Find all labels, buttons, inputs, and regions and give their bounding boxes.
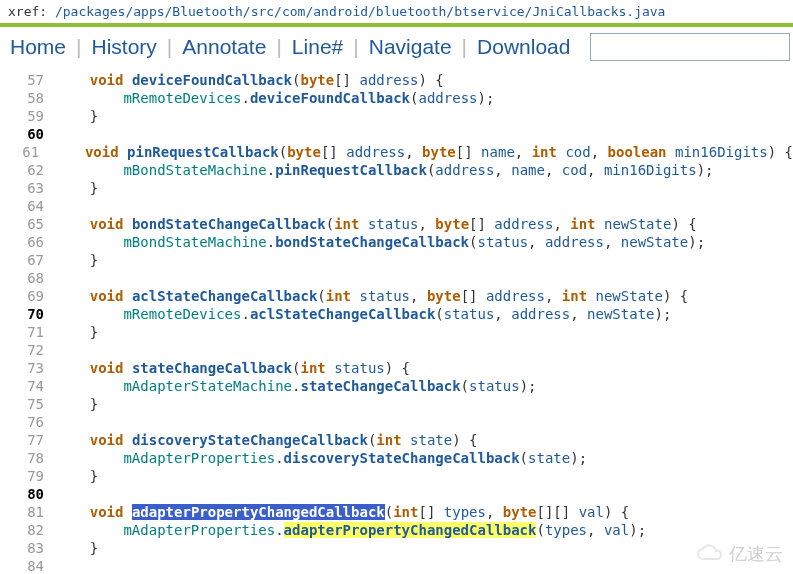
line-number[interactable]: 73 xyxy=(0,359,56,377)
code-line[interactable]: 60 xyxy=(0,125,793,143)
search-input[interactable] xyxy=(590,33,790,61)
watermark-text: 亿速云 xyxy=(729,542,783,566)
code-line[interactable]: 66 mBondStateMachine.bondStateChangeCall… xyxy=(0,233,793,251)
line-content[interactable]: mRemoteDevices.aclStateChangeCallback(st… xyxy=(56,305,671,323)
nav-download[interactable]: Download xyxy=(477,35,570,59)
divider: | xyxy=(353,35,358,59)
line-number[interactable]: 74 xyxy=(0,377,56,395)
line-content[interactable]: mRemoteDevices.deviceFoundCallback(addre… xyxy=(56,89,494,107)
line-content[interactable]: mBondStateMachine.pinRequestCallback(add… xyxy=(56,161,714,179)
line-number[interactable]: 75 xyxy=(0,395,56,413)
line-number[interactable]: 78 xyxy=(0,449,56,467)
code-line[interactable]: 65 void bondStateChangeCallback(int stat… xyxy=(0,215,793,233)
line-number[interactable]: 76 xyxy=(0,413,56,431)
line-number[interactable]: 57 xyxy=(0,71,56,89)
line-number[interactable]: 84 xyxy=(0,557,56,574)
line-content[interactable]: void pinRequestCallback(byte[] address, … xyxy=(51,143,793,161)
code-line[interactable]: 78 mAdapterProperties.discoveryStateChan… xyxy=(0,449,793,467)
code-line[interactable]: 67 } xyxy=(0,251,793,269)
line-number[interactable]: 61 xyxy=(0,143,51,161)
line-content[interactable]: void aclStateChangeCallback(int status, … xyxy=(56,287,688,305)
code-line[interactable]: 70 mRemoteDevices.aclStateChangeCallback… xyxy=(0,305,793,323)
line-content[interactable]: void deviceFoundCallback(byte[] address)… xyxy=(56,71,444,89)
divider: | xyxy=(462,35,467,59)
code-line[interactable]: 68 xyxy=(0,269,793,287)
code-line[interactable]: 76 xyxy=(0,413,793,431)
nav-annotate[interactable]: Annotate xyxy=(182,35,266,59)
line-number[interactable]: 72 xyxy=(0,341,56,359)
code-line[interactable]: 80 xyxy=(0,485,793,503)
code-line[interactable]: 84 xyxy=(0,557,793,574)
line-number[interactable]: 77 xyxy=(0,431,56,449)
line-number[interactable]: 58 xyxy=(0,89,56,107)
line-number[interactable]: 66 xyxy=(0,233,56,251)
line-number[interactable]: 65 xyxy=(0,215,56,233)
line-number[interactable]: 81 xyxy=(0,503,56,521)
breadcrumb-path[interactable]: /packages/apps/Bluetooth/src/com/android… xyxy=(55,4,665,19)
code-line[interactable]: 57 void deviceFoundCallback(byte[] addre… xyxy=(0,71,793,89)
watermark: 亿速云 xyxy=(695,542,783,566)
cloud-icon xyxy=(695,544,725,564)
line-content[interactable]: } xyxy=(56,179,98,197)
line-number[interactable]: 68 xyxy=(0,269,56,287)
line-content[interactable]: } xyxy=(56,251,98,269)
line-number[interactable]: 83 xyxy=(0,539,56,557)
breadcrumb: xref: /packages/apps/Bluetooth/src/com/a… xyxy=(0,0,793,23)
code-line[interactable]: 63 } xyxy=(0,179,793,197)
breadcrumb-label: xref xyxy=(8,4,39,19)
line-number[interactable]: 79 xyxy=(0,467,56,485)
line-number[interactable]: 63 xyxy=(0,179,56,197)
line-content[interactable]: mAdapterProperties.discoveryStateChangeC… xyxy=(56,449,587,467)
nav-line[interactable]: Line# xyxy=(292,35,343,59)
code-line[interactable]: 73 void stateChangeCallback(int status) … xyxy=(0,359,793,377)
line-content[interactable]: } xyxy=(56,539,98,557)
code-line[interactable]: 62 mBondStateMachine.pinRequestCallback(… xyxy=(0,161,793,179)
code-line[interactable]: 69 void aclStateChangeCallback(int statu… xyxy=(0,287,793,305)
code-line[interactable]: 81 void adapterPropertyChangedCallback(i… xyxy=(0,503,793,521)
code-view[interactable]: 57 void deviceFoundCallback(byte[] addre… xyxy=(0,71,793,574)
code-line[interactable]: 79 } xyxy=(0,467,793,485)
code-line[interactable]: 72 xyxy=(0,341,793,359)
divider xyxy=(0,23,793,27)
nav-home[interactable]: Home xyxy=(10,35,66,59)
line-content[interactable]: void discoveryStateChangeCallback(int st… xyxy=(56,431,478,449)
line-number[interactable]: 60 xyxy=(0,125,56,143)
line-number[interactable]: 71 xyxy=(0,323,56,341)
line-content[interactable]: void adapterPropertyChangedCallback(int[… xyxy=(56,503,629,521)
nav-navigate[interactable]: Navigate xyxy=(369,35,452,59)
code-line[interactable]: 64 xyxy=(0,197,793,215)
line-number[interactable]: 69 xyxy=(0,287,56,305)
code-line[interactable]: 59 } xyxy=(0,107,793,125)
line-content[interactable]: } xyxy=(56,395,98,413)
line-number[interactable]: 64 xyxy=(0,197,56,215)
line-content[interactable]: } xyxy=(56,323,98,341)
code-line[interactable]: 83 } xyxy=(0,539,793,557)
divider: | xyxy=(76,35,81,59)
code-line[interactable]: 74 mAdapterStateMachine.stateChangeCallb… xyxy=(0,377,793,395)
line-number[interactable]: 59 xyxy=(0,107,56,125)
toolbar: Home | History | Annotate | Line# | Navi… xyxy=(0,29,793,71)
line-content[interactable]: mBondStateMachine.bondStateChangeCallbac… xyxy=(56,233,705,251)
line-content[interactable]: mAdapterStateMachine.stateChangeCallback… xyxy=(56,377,536,395)
line-number[interactable]: 67 xyxy=(0,251,56,269)
code-line[interactable]: 71 } xyxy=(0,323,793,341)
code-line[interactable]: 61 void pinRequestCallback(byte[] addres… xyxy=(0,143,793,161)
code-line[interactable]: 75 } xyxy=(0,395,793,413)
line-content[interactable]: mAdapterProperties.adapterPropertyChange… xyxy=(56,521,646,539)
nav-history[interactable]: History xyxy=(92,35,157,59)
line-content[interactable]: } xyxy=(56,467,98,485)
line-number[interactable]: 80 xyxy=(0,485,56,503)
line-content[interactable]: void bondStateChangeCallback(int status,… xyxy=(56,215,697,233)
line-content[interactable]: void stateChangeCallback(int status) { xyxy=(56,359,410,377)
line-content[interactable]: } xyxy=(56,107,98,125)
code-line[interactable]: 82 mAdapterProperties.adapterPropertyCha… xyxy=(0,521,793,539)
code-line[interactable]: 58 mRemoteDevices.deviceFoundCallback(ad… xyxy=(0,89,793,107)
line-number[interactable]: 70 xyxy=(0,305,56,323)
divider: | xyxy=(167,35,172,59)
line-number[interactable]: 62 xyxy=(0,161,56,179)
code-line[interactable]: 77 void discoveryStateChangeCallback(int… xyxy=(0,431,793,449)
divider: | xyxy=(276,35,281,59)
line-number[interactable]: 82 xyxy=(0,521,56,539)
